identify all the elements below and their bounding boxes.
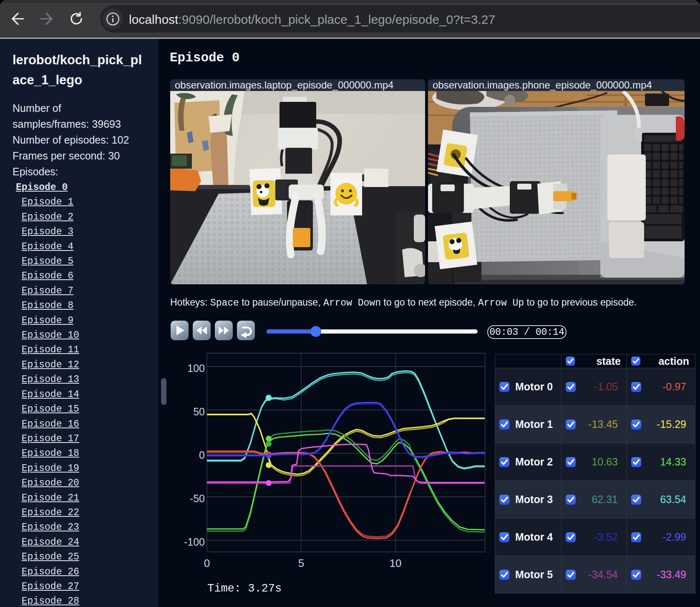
svg-text:-100: -100 <box>184 536 205 548</box>
svg-text:100: 100 <box>187 362 205 374</box>
svg-text:0: 0 <box>204 557 210 569</box>
svg-text:5: 5 <box>298 557 304 569</box>
svg-text:0: 0 <box>199 449 205 461</box>
svg-text:50: 50 <box>193 406 205 417</box>
svg-text:Time: 3.27s: Time: 3.27s <box>207 582 282 595</box>
svg-text:10: 10 <box>390 557 402 569</box>
svg-text:-50: -50 <box>190 493 205 504</box>
